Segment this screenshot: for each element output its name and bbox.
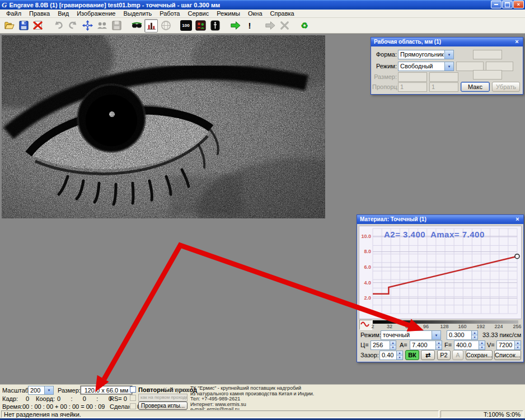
proportion-x-field[interactable]: 1 (398, 82, 427, 92)
gap-stepper[interactable]: 0.40 ▲▼ (379, 351, 403, 360)
double-arrow-button[interactable]: ⇄ (421, 350, 435, 360)
material-pass-field[interactable]: как на первом проходе (138, 394, 187, 402)
material-checkbox[interactable] (130, 395, 136, 401)
progress-indicator: T:100% S:0% (440, 410, 523, 418)
gradient-axis-labels: 2326496128160192224256 (373, 324, 518, 330)
glasses-preview-button[interactable] (130, 19, 143, 32)
window-title: Engrave 8.0B (1) [гравирование] test01.b… (9, 2, 220, 8)
step-stepper[interactable]: 0.300 ▲▼ (447, 330, 478, 340)
engraved-eye-image (2, 35, 325, 218)
size-height-field[interactable] (429, 72, 458, 82)
badge-100-icon: 100 (180, 20, 192, 31)
save-button[interactable] (17, 19, 30, 32)
mask-checkbox[interactable] (130, 403, 136, 409)
material-curve-svg: 2.04.06.08.010.0 (359, 226, 522, 319)
redo-button[interactable] (66, 19, 79, 32)
histogram-view-button[interactable] (144, 19, 158, 32)
menu-image[interactable]: Изображение (73, 10, 119, 18)
title-bar: G Engrave 8.0B (1) [гравирование] test01… (0, 0, 525, 10)
web-button[interactable] (159, 19, 172, 32)
menu-edit[interactable]: Правка (25, 10, 54, 18)
people-pair-icon (96, 20, 108, 31)
spin-down-icon[interactable]: ▼ (472, 335, 477, 339)
recycle-icon: ♻ (301, 20, 308, 31)
menu-file[interactable]: Файл (2, 10, 25, 18)
size-width-field[interactable] (398, 72, 427, 82)
undo-button[interactable] (51, 19, 65, 32)
scale-select[interactable]: 200 ▼ (28, 386, 54, 395)
menu-work[interactable]: Работа (156, 10, 184, 18)
minimize-button[interactable] (491, 1, 501, 8)
mode-select[interactable]: Свободный ▼ (398, 62, 454, 71)
histogram-view-icon (146, 20, 157, 31)
undo-icon (53, 20, 64, 31)
material-panel-titlebar[interactable]: Материал: Точечный (1) × (357, 215, 523, 224)
exclaim-icon: ! (249, 20, 251, 31)
open-folder-icon (3, 20, 15, 31)
recycle-button[interactable]: ♻ (298, 19, 311, 32)
remove-button[interactable]: Убрать (492, 82, 520, 92)
workspace-panel-title: Рабочая область, мм (1) (374, 39, 441, 45)
cancel-disabled-button[interactable] (278, 19, 291, 32)
maximize-icon (505, 2, 510, 7)
workspace-extra-field-4[interactable] (473, 70, 502, 80)
forward-disabled-button[interactable] (263, 19, 276, 32)
vk-button[interactable]: ВК (405, 350, 419, 360)
proportion-y-field[interactable]: 1 (429, 82, 458, 92)
menu-view[interactable]: Вид (54, 10, 73, 18)
save-material-button[interactable]: Сохран... (466, 350, 493, 360)
menu-help[interactable]: Справка (266, 10, 298, 18)
run-forward-button[interactable] (228, 19, 242, 32)
f-stepper[interactable]: 400.0 ▲▼ (454, 340, 485, 350)
engrave-size-field[interactable]: 120.0 x 66.0 мм (81, 386, 132, 394)
material-mode-select[interactable]: точечный ▼ (381, 330, 441, 340)
chevron-down-icon: ▼ (444, 50, 453, 59)
close-button[interactable]: × (513, 1, 524, 8)
material-panel-title: Материал: Точечный (1) (360, 216, 426, 222)
frame-value: 0 (26, 395, 29, 403)
v-stepper[interactable]: 7200 ▲▼ (496, 340, 521, 350)
close-icon: × (517, 2, 520, 7)
max-button[interactable]: Макс (461, 82, 490, 92)
warning-button[interactable]: ! (243, 19, 256, 32)
menu-select[interactable]: Выделить (119, 10, 156, 18)
workspace-extra-field-1[interactable] (473, 50, 502, 59)
maximize-button[interactable] (502, 1, 513, 8)
delete-image-button[interactable] (31, 19, 45, 32)
size-field-label: Размер: (58, 387, 81, 394)
form-label: Форма: (372, 50, 397, 59)
status-bar: Нет разделения на ячейки. T:100% S:0% (0, 410, 525, 418)
badge-100-button[interactable]: 100 (179, 19, 193, 32)
mode-label: Режим: (372, 62, 397, 71)
chevron-down-icon: ▼ (444, 62, 453, 71)
open-file-button[interactable] (2, 19, 16, 32)
frame-label: Кадр: (2, 395, 18, 403)
workspace-panel-close-icon[interactable]: × (513, 38, 521, 46)
contrast-label: Контраст (163, 386, 189, 394)
menu-modes[interactable]: Режимы (213, 10, 244, 18)
a-button[interactable]: А (452, 350, 463, 360)
spin-up-icon[interactable]: ▲ (472, 331, 477, 335)
move-tool-button[interactable] (81, 19, 94, 32)
c-stepper[interactable]: 256 ▲▼ (371, 340, 396, 350)
p2-button[interactable]: P2 (437, 350, 451, 360)
toolbar: 100 ! ♻ (0, 18, 525, 34)
badge-people-button[interactable] (194, 19, 207, 32)
vendor-info-text: ТК "Ермис" - крупнейший поставщик надгро… (190, 386, 314, 413)
rs-value: RS= 0 (110, 395, 127, 403)
repeat-pass-checkbox[interactable] (130, 386, 136, 393)
save-secondary-button[interactable] (110, 19, 123, 32)
scale-label: Масштаб: (2, 387, 30, 394)
form-select[interactable]: Прямоугольник ▼ (398, 50, 454, 59)
list-material-button[interactable]: Список... (494, 350, 521, 360)
menu-windows[interactable]: Окна (244, 10, 266, 18)
a-stepper[interactable]: 7.400 ▲▼ (410, 340, 442, 350)
menu-service[interactable]: Сервис (184, 10, 213, 18)
material-panel-close-icon[interactable]: × (514, 215, 521, 223)
people-pair-button[interactable] (95, 19, 109, 32)
needle-check-button[interactable]: Проверка иглы... (138, 402, 187, 410)
material-panel: Материал: Точечный (1) × 2.04.06.08.010.… (357, 214, 524, 362)
v-label: V= (487, 340, 495, 349)
workspace-panel-titlebar[interactable]: Рабочая область, мм (1) × (371, 38, 523, 46)
needle-badge-button[interactable] (208, 19, 222, 32)
